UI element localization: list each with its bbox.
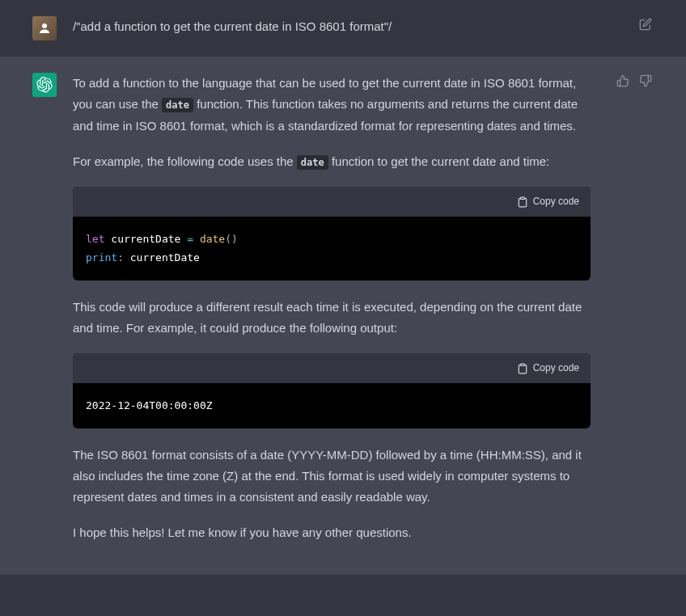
thumbs-up-icon bbox=[616, 74, 629, 87]
code-block-1: Copy code let currentDate = date() print… bbox=[73, 187, 591, 281]
code-header: Copy code bbox=[73, 187, 591, 217]
copy-code-button[interactable]: Copy code bbox=[517, 360, 579, 377]
code-block-2: Copy code 2022-12-04T00:00:00Z bbox=[73, 353, 591, 428]
code-output: 2022-12-04T00:00:00Z bbox=[86, 396, 578, 415]
inline-code: date bbox=[297, 155, 328, 170]
user-actions bbox=[637, 16, 654, 32]
svg-point-0 bbox=[42, 23, 47, 28]
svg-rect-2 bbox=[520, 364, 524, 365]
assistant-content: To add a function to the language that c… bbox=[73, 73, 591, 559]
code-body: let currentDate = date() print: currentD… bbox=[73, 217, 591, 281]
paragraph-3: This code will produce a different resul… bbox=[73, 297, 591, 340]
paragraph-2: For example, the following code uses the… bbox=[73, 151, 591, 172]
thumbs-up-button[interactable] bbox=[615, 73, 631, 89]
svg-rect-1 bbox=[520, 197, 524, 199]
copy-code-button[interactable]: Copy code bbox=[517, 193, 579, 210]
user-avatar bbox=[32, 16, 57, 40]
copy-code-label: Copy code bbox=[533, 193, 579, 210]
thumbs-down-icon bbox=[639, 74, 652, 87]
clipboard-icon bbox=[517, 196, 528, 208]
edit-button[interactable] bbox=[637, 16, 654, 32]
code-header: Copy code bbox=[73, 353, 591, 383]
clipboard-icon bbox=[517, 363, 528, 374]
copy-code-label: Copy code bbox=[533, 360, 579, 377]
edit-icon bbox=[639, 18, 652, 31]
user-message: /"add a function to get the current date… bbox=[0, 0, 686, 57]
code-line-2: print: currentDate bbox=[86, 248, 578, 267]
code-line-1: let currentDate = date() bbox=[86, 230, 578, 248]
openai-logo-icon bbox=[36, 77, 53, 93]
paragraph-1: To add a function to the language that c… bbox=[73, 73, 591, 137]
assistant-message: To add a function to the language that c… bbox=[0, 57, 686, 575]
inline-code: date bbox=[162, 98, 193, 112]
user-prompt-text: /"add a function to get the current date… bbox=[73, 19, 392, 33]
paragraph-5: I hope this helps! Let me know if you ha… bbox=[73, 522, 591, 543]
code-body: 2022-12-04T00:00:00Z bbox=[73, 383, 591, 428]
thumbs-down-button[interactable] bbox=[637, 73, 654, 89]
assistant-avatar bbox=[32, 73, 57, 97]
paragraph-4: The ISO 8601 format consists of a date (… bbox=[73, 445, 591, 508]
user-content: /"add a function to get the current date… bbox=[73, 16, 591, 40]
assistant-actions bbox=[615, 73, 654, 89]
